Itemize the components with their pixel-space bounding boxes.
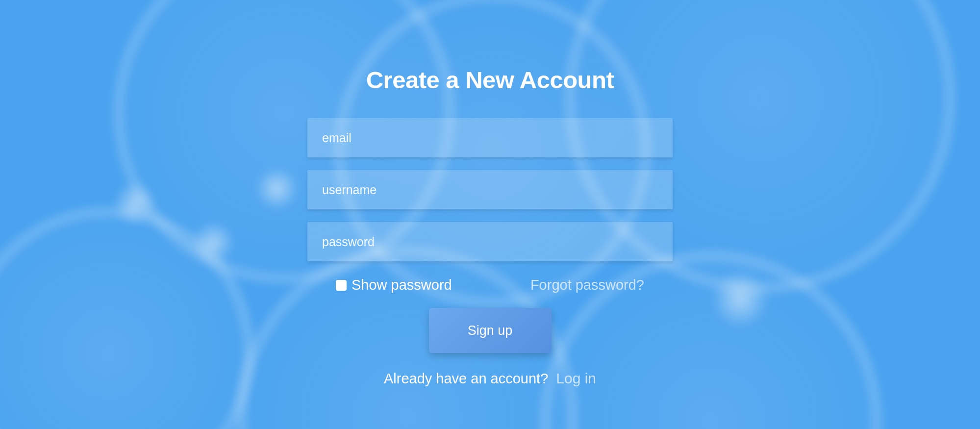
forgot-password-link[interactable]: Forgot password?	[530, 277, 644, 293]
login-link[interactable]: Log in	[556, 370, 596, 387]
email-field[interactable]	[307, 118, 673, 157]
login-prompt-text: Already have an account?	[384, 371, 548, 387]
username-field[interactable]	[307, 170, 673, 209]
password-options-row: Show password Forgot password?	[307, 277, 673, 293]
login-prompt-row: Already have an account? Log in	[384, 370, 596, 387]
signup-button[interactable]: Sign up	[429, 308, 552, 353]
password-field[interactable]	[307, 222, 673, 261]
signup-form: Create a New Account Show password Forgo…	[0, 0, 980, 387]
show-password-checkbox[interactable]	[336, 280, 347, 291]
show-password-group: Show password	[336, 277, 452, 293]
page-title: Create a New Account	[366, 66, 614, 94]
show-password-label[interactable]: Show password	[352, 277, 452, 293]
